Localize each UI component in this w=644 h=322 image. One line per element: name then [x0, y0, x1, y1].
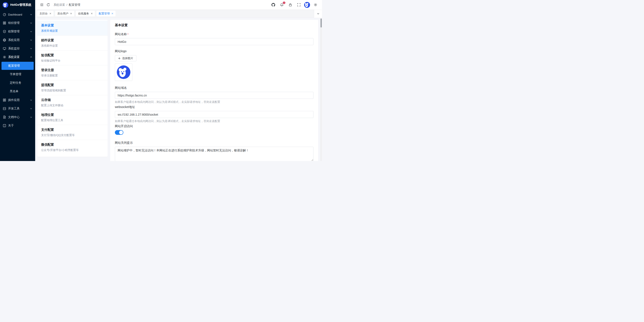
- select-image-button[interactable]: 选择图片: [115, 55, 136, 61]
- field-site-open: 网站开启访问: [115, 124, 314, 135]
- lock-screen-icon[interactable]: [287, 2, 294, 8]
- sidebar-item-dashboard[interactable]: Dashboard: [0, 10, 35, 19]
- site-logo-thumbnail[interactable]: [115, 63, 132, 81]
- site-name-input[interactable]: [115, 38, 314, 45]
- site-logo-label: 网站logo: [115, 49, 314, 53]
- notification-badge: 1: [282, 1, 286, 4]
- main-area: 系统设置 / 配置管理 1: [35, 0, 322, 161]
- page-scrollbar[interactable]: [320, 18, 322, 161]
- site-open-toggle[interactable]: [115, 130, 124, 135]
- tab-options-dropdown[interactable]: [314, 9, 322, 18]
- chevron-down-icon: [30, 99, 32, 101]
- tab-online-service[interactable]: 在线服务: [76, 11, 95, 16]
- sidebar-subitem-dict[interactable]: 字典管理: [2, 70, 34, 78]
- sidebar-subitem-config[interactable]: 配置管理: [2, 62, 34, 70]
- app-root: HotGo管理系统 Dashboard 组织管理 权限: [0, 0, 322, 161]
- sidebar-item-plugins[interactable]: 插件应用: [0, 96, 35, 104]
- chevron-down-icon: [30, 47, 32, 50]
- websocket-help: 如果客户端通过本地或内网访问，则认为是调试模式，走实际请求地址，否则走该配置: [115, 119, 314, 123]
- basic-settings-form: 基本设置 网站名称 * 网站logo 选择图片: [110, 20, 318, 161]
- settings-nav-item-storage[interactable]: 云存储 配置上传文件驱动: [37, 95, 108, 110]
- site-name-label: 网站名称: [115, 32, 127, 36]
- tab-dashboard[interactable]: 主控台: [37, 11, 54, 16]
- refresh-icon[interactable]: [45, 2, 51, 8]
- breadcrumb-separator: /: [66, 3, 67, 6]
- settings-nav-item-sms[interactable]: 短信配置 短信验证码平台: [37, 50, 108, 65]
- sidebar-item-permission[interactable]: 权限管理: [0, 27, 35, 36]
- docs-icon: [3, 115, 6, 119]
- tab-admin-users[interactable]: 后台用户: [55, 11, 74, 16]
- settings-nav-item-wechat[interactable]: 微信配置 公众号/开放平台/小程序配置等: [37, 140, 108, 155]
- toggle-knob: [119, 131, 123, 134]
- settings-nav-item-payment[interactable]: 支付配置 支付宝/微信/QQ支付配置等: [37, 125, 108, 140]
- websocket-input[interactable]: [115, 111, 314, 118]
- breadcrumb-current: 配置管理: [69, 3, 80, 7]
- settings-nav-item-login[interactable]: 登录注册 登录注册配置: [37, 65, 108, 80]
- header-actions: 1: [270, 2, 318, 8]
- settings-nav-item-withdraw[interactable]: 提现配置 管理员提现规则配置: [37, 80, 108, 95]
- shield-icon: [3, 30, 6, 33]
- gear-icon: [3, 55, 6, 59]
- tab-bar: 主控台 后台用户 在线服务 配置管理: [35, 9, 322, 18]
- chevron-up-icon: [30, 56, 32, 58]
- close-icon[interactable]: [90, 12, 93, 15]
- chevron-down-icon: [30, 22, 32, 24]
- github-icon[interactable]: [270, 2, 276, 8]
- field-site-logo: 网站logo 选择图片: [115, 49, 314, 81]
- tab-config-management[interactable]: 配置管理: [96, 11, 116, 16]
- scrollbar-thumb[interactable]: [320, 18, 322, 27]
- sidebar-item-settings[interactable]: 系统设置: [0, 53, 35, 61]
- chevron-down-icon: [30, 30, 32, 33]
- app-title: HotGo管理系统: [10, 3, 31, 7]
- chevron-down-icon: [30, 107, 32, 110]
- close-tip-textarea[interactable]: 网站维护中，暂时无法访问！本网站正在进行系统维护和技术升级，网站暂时无法访问，敬…: [115, 147, 314, 161]
- app-logo[interactable]: HotGo管理系统: [0, 0, 35, 10]
- breadcrumb-parent[interactable]: 系统设置: [54, 3, 65, 7]
- settings-gear-icon[interactable]: [312, 2, 318, 8]
- site-domain-label: 网站域名: [115, 86, 314, 90]
- org-grid-icon: [3, 21, 6, 25]
- settings-nav-item-geo[interactable]: 地理位置 配置地理位置工具: [37, 110, 108, 125]
- breadcrumb: 系统设置 / 配置管理: [54, 3, 80, 7]
- chevron-down-icon: [30, 116, 32, 118]
- settings-nav-item-email[interactable]: 邮件设置 系统邮件设置: [37, 35, 108, 50]
- close-icon[interactable]: [70, 12, 72, 15]
- sidebar-item-org[interactable]: 组织管理: [0, 19, 35, 27]
- sidebar-subitem-blacklist[interactable]: 黑名单: [2, 87, 34, 95]
- plus-icon: [118, 57, 120, 60]
- sidebar-item-monitor[interactable]: 系统监控: [0, 44, 35, 53]
- site-logo-image: [117, 65, 130, 79]
- dashboard-icon: [3, 13, 6, 16]
- chevron-down-icon: [317, 12, 320, 15]
- info-icon: [3, 124, 6, 127]
- top-header: 系统设置 / 配置管理 1: [35, 0, 322, 9]
- site-domain-input[interactable]: [115, 92, 314, 99]
- settings-nav-item-basic[interactable]: 基本设置 系统常规设置: [37, 21, 108, 35]
- field-websocket: websocket地址 如果客户端通过本地或内网访问，则认为是调试模式，走实际请…: [115, 105, 314, 123]
- sidebar-item-docs[interactable]: 文档中心: [0, 113, 35, 121]
- fullscreen-icon[interactable]: [296, 2, 302, 8]
- close-tip-label: 网站关闭提示: [115, 141, 314, 145]
- sidebar: HotGo管理系统 Dashboard 组织管理 权限: [0, 0, 35, 161]
- close-icon[interactable]: [111, 12, 113, 15]
- sidebar-item-about[interactable]: 关于: [0, 121, 35, 130]
- sidebar-menu: Dashboard 组织管理 权限管理: [0, 10, 35, 161]
- sidebar-item-devtools[interactable]: 开发工具: [0, 104, 35, 113]
- brand-logo-icon: [2, 2, 8, 8]
- notifications-bell-icon[interactable]: 1: [278, 2, 285, 8]
- sidebar-subitem-cron[interactable]: 定时任务: [2, 79, 34, 87]
- sidebar-item-apps[interactable]: 系统应用: [0, 36, 35, 44]
- site-domain-help: 如果客户端通过本地或内网访问，则认为是调试模式，走实际请求地址，否则走该配置: [115, 100, 314, 104]
- devtools-icon: [3, 107, 6, 110]
- sidebar-collapse-icon[interactable]: [38, 2, 45, 8]
- form-title: 基本设置: [115, 23, 314, 27]
- site-open-label: 网站开启访问: [115, 124, 314, 128]
- close-icon[interactable]: [49, 12, 51, 15]
- websocket-label: websocket地址: [115, 105, 314, 109]
- content-area: 基本设置 系统常规设置 邮件设置 系统邮件设置 短信配置 短信验证码平台 登录注…: [35, 18, 322, 161]
- monitor-icon: [3, 47, 6, 50]
- settings-nav-panel: 基本设置 系统常规设置 邮件设置 系统邮件设置 短信配置 短信验证码平台 登录注…: [37, 20, 108, 157]
- user-avatar[interactable]: [304, 2, 310, 8]
- avatar-logo-icon: [304, 2, 310, 8]
- field-site-domain: 网站域名 如果客户端通过本地或内网访问，则认为是调试模式，走实际请求地址，否则走…: [115, 86, 314, 104]
